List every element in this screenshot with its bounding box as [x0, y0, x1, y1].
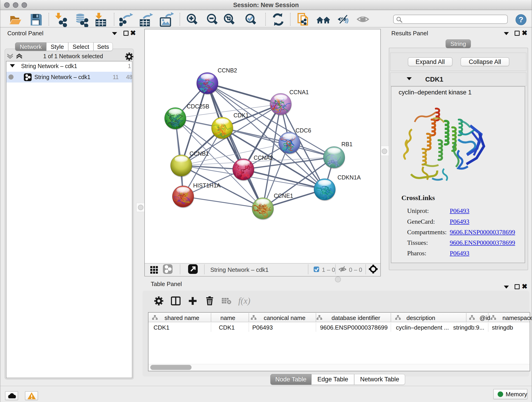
- svg-text:CCNB1: CCNB1: [190, 150, 209, 157]
- svg-text:CDK1: CDK1: [234, 112, 249, 119]
- svg-text:HIST1H1A: HIST1H1A: [193, 182, 221, 189]
- svg-text:?: ?: [519, 15, 524, 24]
- svg-text:RB1: RB1: [341, 141, 353, 147]
- svg-text:CCNA1: CCNA1: [289, 89, 309, 95]
- svg-text:CDC6: CDC6: [296, 127, 311, 134]
- svg-text:CCNA2: CCNA2: [254, 154, 273, 161]
- svg-text:CDKN1A: CDKN1A: [337, 174, 361, 181]
- svg-text:CCNB2: CCNB2: [218, 67, 237, 74]
- svg-text:CCNE1: CCNE1: [274, 192, 293, 199]
- svg-text:CDC25B: CDC25B: [187, 103, 209, 109]
